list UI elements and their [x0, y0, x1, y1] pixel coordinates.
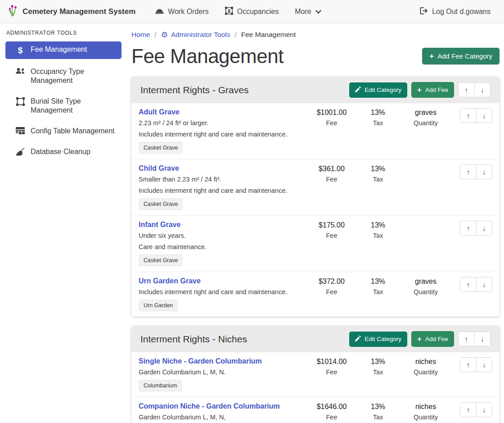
fee-type-badge: Casket Grave — [139, 255, 183, 266]
move-category-down-button[interactable]: ↓ — [474, 83, 490, 97]
plus-icon: + — [429, 52, 434, 60]
fee-description: Under six years. — [139, 232, 303, 239]
fee-description: Garden Columbarium L, M, N. — [139, 368, 303, 376]
move-fee-down-button[interactable]: ↓ — [476, 403, 492, 417]
broom-icon — [15, 148, 25, 156]
fee-category-header: Interment Rights - Graves Edit Category … — [131, 77, 500, 103]
breadcrumb: Home / ⚙ Administrator Tools / Fee Manag… — [131, 31, 500, 39]
add-fee-button[interactable]: + Add Fee — [411, 331, 454, 347]
breadcrumb-separator: / — [234, 31, 236, 39]
occupancy-plot-icon — [225, 7, 233, 17]
add-fee-category-label: Add Fee Category — [437, 52, 492, 60]
fee-type-badge: Columbarium — [139, 380, 182, 391]
people-icon — [15, 68, 25, 75]
edit-category-button[interactable]: Edit Category — [349, 82, 407, 98]
fee-reorder-group: ↑ ↓ — [460, 221, 492, 236]
fee-name-link[interactable]: Child Grave — [139, 164, 179, 173]
fee-amount-cell: $175.00 Fee — [307, 221, 356, 239]
logout-label: Log Out d.gowans — [432, 8, 490, 16]
breadcrumb-current: Fee Management — [241, 31, 296, 39]
edit-category-button[interactable]: Edit Category — [349, 332, 407, 347]
pencil-icon — [355, 336, 361, 343]
sidebar-item-config-table-management[interactable]: Config Table Management — [5, 123, 122, 139]
fee-reorder-group: ↑ ↓ — [460, 277, 492, 292]
move-category-up-button[interactable]: ↑ — [459, 83, 474, 97]
fee-description: Smaller than 2.23 m² / 24 ft². — [139, 176, 303, 183]
fee-name-link[interactable]: Companion Niche - Garden Columbarium — [139, 402, 280, 410]
move-fee-up-button[interactable]: ↑ — [460, 109, 476, 123]
fee-type-badge: Casket Grave — [139, 198, 183, 210]
move-fee-up-button[interactable]: ↑ — [460, 277, 476, 291]
fee-row: Single Niche - Garden Columbarium Garden… — [131, 352, 500, 397]
fee-quantity-cell — [400, 221, 452, 224]
fee-tax-cell: 13% Tax — [356, 357, 400, 376]
plus-icon: + — [417, 86, 422, 94]
logout-link[interactable]: Log Out d.gowans — [414, 4, 497, 20]
fee-quantity-cell: niches Quantity — [400, 402, 452, 421]
fee-reorder-group: ↑ ↓ — [460, 108, 492, 123]
move-fee-down-button[interactable]: ↓ — [476, 109, 492, 123]
category-reorder-group: ↑ ↓ — [458, 332, 490, 346]
breadcrumb-home-link[interactable]: Home — [131, 31, 150, 39]
sidebar-item-fee-management[interactable]: $ Fee Management — [5, 41, 122, 59]
fee-category-card: Interment Rights - Niches Edit Category … — [131, 326, 500, 423]
category-reorder-group: ↑ ↓ — [458, 82, 490, 97]
move-fee-up-button[interactable]: ↑ — [460, 403, 476, 417]
breadcrumb-admin-tools-link[interactable]: ⚙ Administrator Tools — [161, 31, 230, 39]
fee-amount-cell: $1014.00 Fee — [307, 357, 356, 376]
fee-amount-cell: $1001.00 Fee — [307, 108, 356, 127]
fee-name-link[interactable]: Single Niche - Garden Columbarium — [139, 357, 262, 365]
hard-hat-icon — [155, 7, 164, 16]
fee-reorder-group: ↑ ↓ — [460, 402, 492, 417]
fee-quantity-cell: graves Quantity — [400, 108, 452, 127]
sidebar-heading: ADMINISTRATOR TOOLS — [6, 30, 121, 36]
sidebar-item-occupancy-type-management[interactable]: Occupancy Type Management — [5, 64, 122, 89]
move-fee-up-button[interactable]: ↑ — [460, 358, 476, 372]
nav-occupancies-label: Occupancies — [237, 8, 279, 16]
main-content: Home / ⚙ Administrator Tools / Fee Manag… — [126, 23, 504, 423]
fee-reorder-group: ↑ ↓ — [460, 164, 492, 179]
vector-square-icon — [15, 97, 25, 106]
nav-more[interactable]: More — [288, 4, 327, 19]
fee-row: Companion Niche - Garden Columbarium Gar… — [131, 397, 500, 423]
fee-name-link[interactable]: Infant Grave — [139, 221, 180, 229]
tulip-logo-icon — [7, 4, 19, 19]
fee-quantity-cell: niches Quantity — [400, 357, 452, 376]
fee-amount-cell: $1646.00 Fee — [307, 402, 356, 421]
fee-type-badge: Urn Garden — [139, 300, 178, 311]
fee-row: Adult Grave 2.23 m² / 24 ft² or larger.I… — [131, 103, 500, 159]
chevron-down-icon — [315, 8, 321, 16]
plus-icon: + — [417, 335, 422, 343]
move-fee-down-button[interactable]: ↓ — [476, 221, 492, 235]
move-fee-down-button[interactable]: ↓ — [476, 358, 492, 372]
fee-tax-cell: 13% Tax — [356, 277, 400, 296]
app-brand: Cemetery Management System — [7, 4, 135, 19]
fee-description: Includes interment right and care and ma… — [139, 288, 303, 296]
nav-work-orders[interactable]: Work Orders — [149, 4, 215, 20]
fee-category-card: Interment Rights - Graves Edit Category … — [131, 77, 500, 317]
gear-icon: ⚙ — [161, 31, 168, 39]
fee-row: Child Grave Smaller than 2.23 m² / 24 ft… — [131, 159, 500, 215]
dollar-icon: $ — [15, 45, 25, 55]
fee-description: Care and maintenance. — [139, 243, 303, 250]
move-category-up-button[interactable]: ↑ — [459, 332, 474, 346]
move-fee-down-button[interactable]: ↓ — [476, 165, 492, 179]
move-category-down-button[interactable]: ↓ — [474, 332, 490, 346]
add-fee-button[interactable]: + Add Fee — [411, 82, 454, 98]
admin-sidebar: ADMINISTRATOR TOOLS $ Fee Management Occ… — [0, 23, 126, 423]
sidebar-item-database-cleanup[interactable]: Database Cleanup — [5, 144, 122, 160]
fee-name-link[interactable]: Adult Grave — [139, 108, 180, 116]
move-fee-down-button[interactable]: ↓ — [476, 277, 492, 291]
fee-name-link[interactable]: Urn Garden Grave — [139, 277, 201, 285]
move-fee-up-button[interactable]: ↑ — [460, 165, 476, 179]
sidebar-item-burial-site-type-management[interactable]: Burial Site Type Management — [5, 93, 122, 118]
move-fee-up-button[interactable]: ↑ — [460, 221, 476, 235]
fee-description: 2.23 m² / 24 ft² or larger. — [139, 119, 303, 127]
fee-tax-cell: 13% Tax — [356, 402, 400, 421]
add-fee-category-button[interactable]: + Add Fee Category — [422, 48, 500, 64]
fee-quantity-cell — [400, 164, 452, 168]
nav-occupancies[interactable]: Occupancies — [219, 3, 285, 20]
svg-text:$: $ — [18, 45, 23, 55]
category-title: Interment Rights - Graves — [140, 85, 248, 96]
fee-tax-cell: 13% Tax — [356, 108, 400, 127]
